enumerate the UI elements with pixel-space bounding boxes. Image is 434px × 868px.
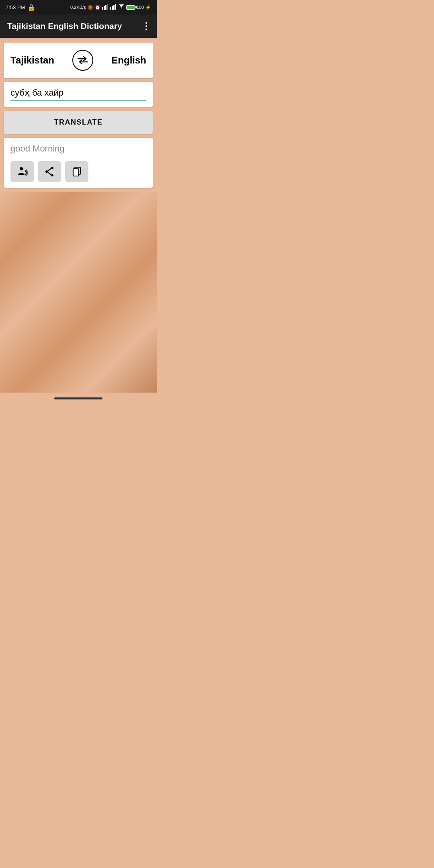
svg-point-11 <box>51 174 53 176</box>
action-buttons-row <box>10 161 146 182</box>
dot-2 <box>145 25 147 27</box>
svg-rect-2 <box>105 5 106 10</box>
background-texture <box>0 192 157 393</box>
status-bar: 7:53 PM 🔒 0.2KB/s 🔕 ⏰ 100 ⚡ <box>0 0 157 14</box>
status-right: 0.2KB/s 🔕 ⏰ 100 ⚡ <box>70 4 151 10</box>
source-language-label[interactable]: Tajikistan <box>10 55 54 66</box>
dot-1 <box>145 22 147 24</box>
signal-icon-2 <box>110 4 117 10</box>
share-icon <box>44 166 55 177</box>
share-button[interactable] <box>38 161 61 182</box>
svg-rect-0 <box>102 7 103 10</box>
home-indicator <box>0 393 157 407</box>
svg-rect-1 <box>104 6 105 10</box>
source-text-input[interactable] <box>10 88 146 101</box>
app-icon: 🔒 <box>27 4 35 11</box>
output-card: good Morning <box>4 138 153 188</box>
network-speed: 0.2KB/s <box>70 5 86 10</box>
copy-button[interactable] <box>65 161 88 182</box>
input-card <box>4 82 153 107</box>
dot-3 <box>145 29 147 30</box>
translated-text: good Morning <box>10 143 146 154</box>
alarm-icon: ⏰ <box>95 5 100 10</box>
time-display: 7:53 PM <box>6 4 25 10</box>
battery-icon <box>126 5 135 10</box>
svg-line-13 <box>48 172 51 175</box>
svg-rect-5 <box>112 6 113 10</box>
status-left: 7:53 PM 🔒 <box>6 4 35 11</box>
more-options-button[interactable] <box>143 20 149 33</box>
target-language-label[interactable]: English <box>111 55 146 66</box>
svg-rect-4 <box>110 7 111 10</box>
svg-point-10 <box>45 170 48 173</box>
mute-icon: 🔕 <box>88 5 93 10</box>
wifi-icon <box>118 4 125 10</box>
charging-icon: ⚡ <box>145 5 151 10</box>
translate-button-wrapper: TRANSLATE <box>4 111 153 134</box>
speak-icon <box>16 166 28 177</box>
signal-icon-1 <box>102 4 108 10</box>
svg-rect-6 <box>113 5 115 10</box>
svg-rect-3 <box>107 4 108 10</box>
svg-rect-7 <box>115 4 116 10</box>
translate-button[interactable]: TRANSLATE <box>4 111 153 134</box>
language-selector-card: Tajikistan English <box>4 43 153 78</box>
battery-level: 100 <box>137 5 144 10</box>
home-bar[interactable] <box>54 397 102 399</box>
copy-icon <box>72 166 82 177</box>
app-toolbar: Tajikistan English Dictionary <box>0 14 157 38</box>
svg-point-8 <box>20 167 23 170</box>
svg-point-9 <box>51 167 53 169</box>
svg-rect-15 <box>73 169 79 176</box>
swap-languages-button[interactable] <box>72 50 93 71</box>
app-title: Tajikistan English Dictionary <box>7 21 122 31</box>
svg-line-12 <box>48 169 51 171</box>
speak-button[interactable] <box>10 161 34 182</box>
